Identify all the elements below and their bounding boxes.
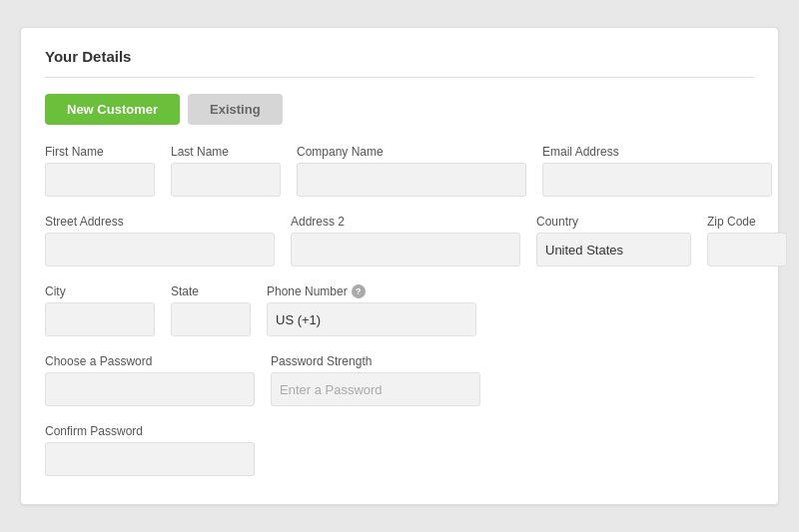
email-group: Email Address [542,145,772,197]
company-name-group: Company Name [297,145,526,197]
first-name-input[interactable] [45,163,155,197]
phone-input[interactable] [267,302,476,336]
password-strength-display: Enter a Password [271,372,480,406]
password-input[interactable] [45,372,255,406]
city-label: City [45,284,155,298]
phone-label-row: Phone Number ? [267,284,476,298]
country-group: Country United States Canada United King… [536,215,691,266]
street-address-input[interactable] [45,233,275,266]
country-select[interactable]: United States Canada United Kingdom [536,233,691,266]
first-name-group: First Name [45,145,155,197]
last-name-label: Last Name [171,145,281,159]
your-details-card: Your Details New Customer Existing First… [20,27,779,505]
new-customer-button[interactable]: New Customer [45,94,180,125]
zip-label: Zip Code [707,215,787,229]
confirm-password-group: Confirm Password [45,424,255,476]
address2-group: Address 2 [291,215,520,266]
street-address-group: Street Address [45,215,275,266]
company-name-label: Company Name [297,145,526,159]
country-label: Country [536,215,691,229]
street-address-label: Street Address [45,215,275,229]
email-label: Email Address [542,145,772,159]
zip-input[interactable] [707,233,787,266]
password-strength-label: Password Strength [271,354,480,368]
company-name-input[interactable] [297,163,526,197]
password-row: Choose a Password Password Strength Ente… [45,354,754,406]
email-input[interactable] [542,163,772,197]
password-group: Choose a Password [45,354,255,406]
phone-help-icon[interactable]: ? [352,284,366,298]
city-input[interactable] [45,302,155,336]
password-label: Choose a Password [45,354,255,368]
zip-group: Zip Code [707,215,787,266]
confirm-password-label: Confirm Password [45,424,255,438]
address-row: Street Address Address 2 Country United … [45,215,754,266]
state-input[interactable] [171,302,251,336]
last-name-input[interactable] [171,163,281,197]
last-name-group: Last Name [171,145,281,197]
state-label: State [171,284,251,298]
address2-label: Address 2 [291,215,520,229]
existing-customer-button[interactable]: Existing [188,94,283,125]
card-title: Your Details [45,48,754,78]
phone-label-text: Phone Number [267,284,348,298]
city-state-phone-row: City State Phone Number ? [45,284,754,336]
address2-input[interactable] [291,233,520,266]
first-name-label: First Name [45,145,155,159]
name-email-row: First Name Last Name Company Name Email … [45,145,754,197]
state-group: State [171,284,251,336]
city-group: City [45,284,155,336]
customer-type-toggle: New Customer Existing [45,94,754,125]
phone-group: Phone Number ? [267,284,476,336]
password-strength-group: Password Strength Enter a Password [271,354,480,406]
confirm-password-input[interactable] [45,442,255,476]
details-form: First Name Last Name Company Name Email … [45,145,754,476]
confirm-password-row: Confirm Password [45,424,754,476]
